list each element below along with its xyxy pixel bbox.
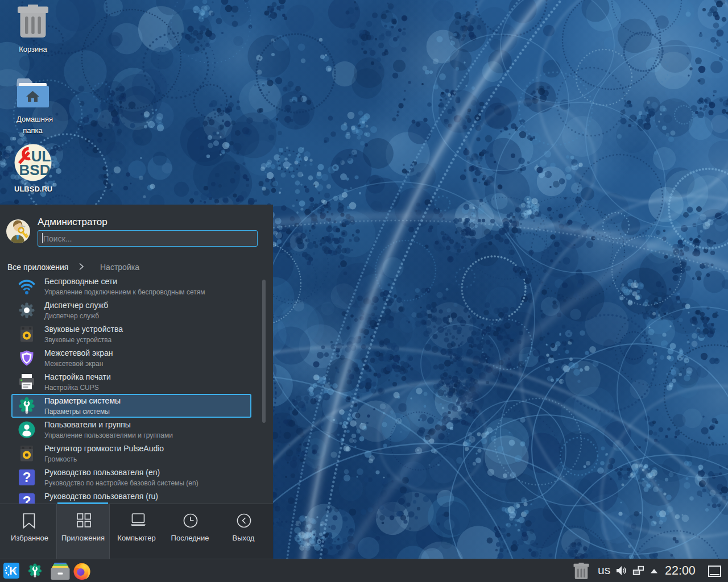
svg-text:K: K [9, 565, 17, 577]
svg-text:BSD: BSD [19, 161, 51, 178]
svg-text:?: ? [23, 493, 31, 504]
svg-text:?: ? [23, 469, 31, 485]
